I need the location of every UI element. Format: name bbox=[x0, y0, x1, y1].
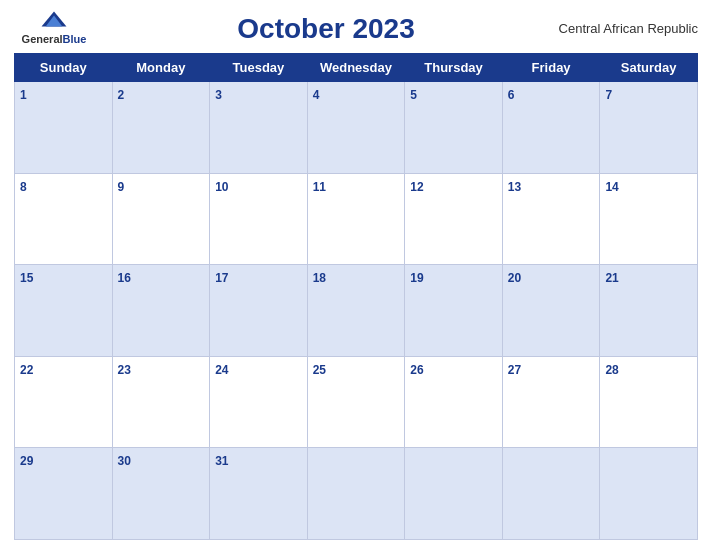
logo: GeneralBlue bbox=[14, 10, 94, 47]
table-row: 13 bbox=[502, 173, 600, 265]
day-number: 31 bbox=[215, 454, 228, 468]
table-row bbox=[600, 448, 698, 540]
calendar-week-row: 891011121314 bbox=[15, 173, 698, 265]
calendar-title: October 2023 bbox=[94, 13, 558, 45]
table-row: 31 bbox=[210, 448, 308, 540]
table-row: 7 bbox=[600, 82, 698, 174]
calendar-week-row: 22232425262728 bbox=[15, 356, 698, 448]
logo-blue: Blue bbox=[63, 33, 87, 45]
day-number: 15 bbox=[20, 271, 33, 285]
header-wednesday: Wednesday bbox=[307, 54, 405, 82]
day-number: 24 bbox=[215, 363, 228, 377]
calendar-header: GeneralBlue October 2023 Central African… bbox=[14, 10, 698, 47]
calendar-week-row: 15161718192021 bbox=[15, 265, 698, 357]
table-row: 10 bbox=[210, 173, 308, 265]
table-row: 21 bbox=[600, 265, 698, 357]
header-friday: Friday bbox=[502, 54, 600, 82]
table-row bbox=[307, 448, 405, 540]
calendar-table: Sunday Monday Tuesday Wednesday Thursday… bbox=[14, 53, 698, 540]
table-row: 12 bbox=[405, 173, 503, 265]
day-number: 28 bbox=[605, 363, 618, 377]
day-number: 9 bbox=[118, 180, 125, 194]
header-monday: Monday bbox=[112, 54, 210, 82]
day-number: 26 bbox=[410, 363, 423, 377]
day-number: 18 bbox=[313, 271, 326, 285]
table-row: 11 bbox=[307, 173, 405, 265]
table-row: 14 bbox=[600, 173, 698, 265]
table-row: 26 bbox=[405, 356, 503, 448]
day-number: 5 bbox=[410, 88, 417, 102]
day-number: 4 bbox=[313, 88, 320, 102]
table-row: 8 bbox=[15, 173, 113, 265]
table-row: 5 bbox=[405, 82, 503, 174]
table-row bbox=[405, 448, 503, 540]
day-number: 17 bbox=[215, 271, 228, 285]
day-number: 29 bbox=[20, 454, 33, 468]
day-number: 20 bbox=[508, 271, 521, 285]
header-thursday: Thursday bbox=[405, 54, 503, 82]
table-row: 27 bbox=[502, 356, 600, 448]
logo-text: GeneralBlue bbox=[22, 29, 87, 47]
table-row: 1 bbox=[15, 82, 113, 174]
day-number: 30 bbox=[118, 454, 131, 468]
calendar-week-row: 293031 bbox=[15, 448, 698, 540]
logo-icon bbox=[40, 10, 68, 28]
table-row: 16 bbox=[112, 265, 210, 357]
day-number: 21 bbox=[605, 271, 618, 285]
table-row: 22 bbox=[15, 356, 113, 448]
day-number: 7 bbox=[605, 88, 612, 102]
table-row: 24 bbox=[210, 356, 308, 448]
table-row bbox=[502, 448, 600, 540]
day-number: 11 bbox=[313, 180, 326, 194]
table-row: 19 bbox=[405, 265, 503, 357]
table-row: 15 bbox=[15, 265, 113, 357]
table-row: 23 bbox=[112, 356, 210, 448]
day-number: 19 bbox=[410, 271, 423, 285]
weekday-header-row: Sunday Monday Tuesday Wednesday Thursday… bbox=[15, 54, 698, 82]
table-row: 29 bbox=[15, 448, 113, 540]
header-saturday: Saturday bbox=[600, 54, 698, 82]
day-number: 23 bbox=[118, 363, 131, 377]
day-number: 25 bbox=[313, 363, 326, 377]
day-number: 1 bbox=[20, 88, 27, 102]
day-number: 16 bbox=[118, 271, 131, 285]
table-row: 4 bbox=[307, 82, 405, 174]
table-row: 2 bbox=[112, 82, 210, 174]
table-row: 3 bbox=[210, 82, 308, 174]
header-sunday: Sunday bbox=[15, 54, 113, 82]
day-number: 3 bbox=[215, 88, 222, 102]
day-number: 12 bbox=[410, 180, 423, 194]
day-number: 2 bbox=[118, 88, 125, 102]
day-number: 22 bbox=[20, 363, 33, 377]
table-row: 18 bbox=[307, 265, 405, 357]
logo-general: General bbox=[22, 33, 63, 45]
day-number: 6 bbox=[508, 88, 515, 102]
day-number: 13 bbox=[508, 180, 521, 194]
table-row: 6 bbox=[502, 82, 600, 174]
table-row: 30 bbox=[112, 448, 210, 540]
day-number: 27 bbox=[508, 363, 521, 377]
day-number: 14 bbox=[605, 180, 618, 194]
table-row: 9 bbox=[112, 173, 210, 265]
table-row: 25 bbox=[307, 356, 405, 448]
day-number: 10 bbox=[215, 180, 228, 194]
calendar-week-row: 1234567 bbox=[15, 82, 698, 174]
header-tuesday: Tuesday bbox=[210, 54, 308, 82]
table-row: 17 bbox=[210, 265, 308, 357]
table-row: 20 bbox=[502, 265, 600, 357]
day-number: 8 bbox=[20, 180, 27, 194]
table-row: 28 bbox=[600, 356, 698, 448]
country-label: Central African Republic bbox=[558, 21, 698, 36]
